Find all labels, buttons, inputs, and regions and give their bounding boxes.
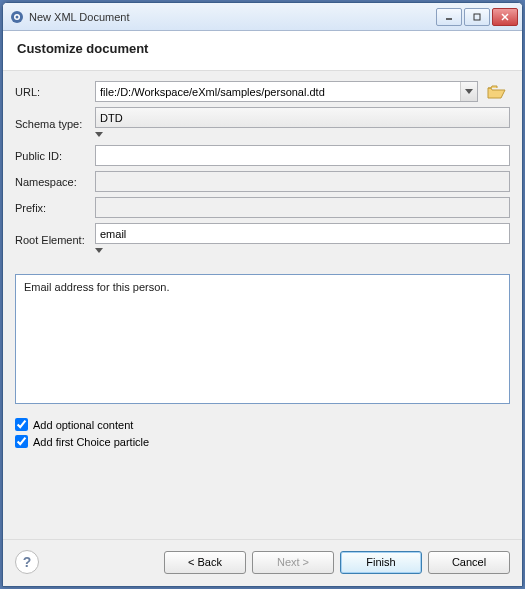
svg-point-2 [16, 15, 19, 18]
title-bar[interactable]: New XML Document [3, 3, 522, 31]
description-box: Email address for this person. [15, 274, 510, 404]
prefix-label: Prefix: [15, 202, 95, 214]
back-button[interactable]: < Back [164, 551, 246, 574]
add-first-choice-label: Add first Choice particle [33, 436, 149, 448]
next-button: Next > [252, 551, 334, 574]
app-icon [9, 9, 25, 25]
window-controls [436, 8, 518, 26]
button-row: < Back Next > Finish Cancel [164, 551, 510, 574]
add-first-choice-checkbox[interactable] [15, 435, 28, 448]
maximize-button[interactable] [464, 8, 490, 26]
form-grid: URL: Schema type: Public ID: Namespace: [15, 81, 510, 256]
checkbox-group: Add optional content Add first Choice pa… [15, 418, 510, 452]
page-title: Customize document [17, 41, 508, 56]
chevron-down-icon[interactable] [95, 128, 510, 140]
question-icon: ? [23, 554, 32, 570]
root-element-combo[interactable] [95, 223, 510, 256]
svg-marker-8 [95, 132, 103, 137]
svg-rect-4 [474, 14, 480, 20]
add-optional-content-checkbox[interactable] [15, 418, 28, 431]
browse-button[interactable] [484, 81, 510, 102]
minimize-button[interactable] [436, 8, 462, 26]
schema-type-label: Schema type: [15, 118, 95, 130]
namespace-label: Namespace: [15, 176, 95, 188]
dialog-window: New XML Document Customize document URL:… [2, 2, 523, 587]
description-text: Email address for this person. [24, 281, 170, 293]
chevron-down-icon[interactable] [460, 82, 477, 101]
public-id-label: Public ID: [15, 150, 95, 162]
add-optional-content-label: Add optional content [33, 419, 133, 431]
folder-open-icon [487, 84, 507, 100]
wizard-header: Customize document [3, 31, 522, 71]
content-area: URL: Schema type: Public ID: Namespace: [3, 71, 522, 539]
root-element-label: Root Element: [15, 234, 95, 246]
svg-marker-7 [465, 89, 473, 94]
close-button[interactable] [492, 8, 518, 26]
add-optional-content-check[interactable]: Add optional content [15, 418, 510, 431]
url-combo[interactable] [95, 81, 478, 102]
add-first-choice-check[interactable]: Add first Choice particle [15, 435, 510, 448]
root-element-input[interactable] [95, 223, 510, 244]
help-button[interactable]: ? [15, 550, 39, 574]
svg-marker-9 [95, 248, 103, 253]
url-input[interactable] [95, 81, 478, 102]
wizard-footer: ? < Back Next > Finish Cancel [3, 539, 522, 586]
chevron-down-icon[interactable] [95, 244, 510, 256]
finish-button[interactable]: Finish [340, 551, 422, 574]
namespace-input [95, 171, 510, 192]
cancel-button[interactable]: Cancel [428, 551, 510, 574]
window-title: New XML Document [29, 11, 436, 23]
prefix-input [95, 197, 510, 218]
schema-type-input[interactable] [95, 107, 510, 128]
url-label: URL: [15, 86, 95, 98]
public-id-input[interactable] [95, 145, 510, 166]
schema-type-combo[interactable] [95, 107, 510, 140]
